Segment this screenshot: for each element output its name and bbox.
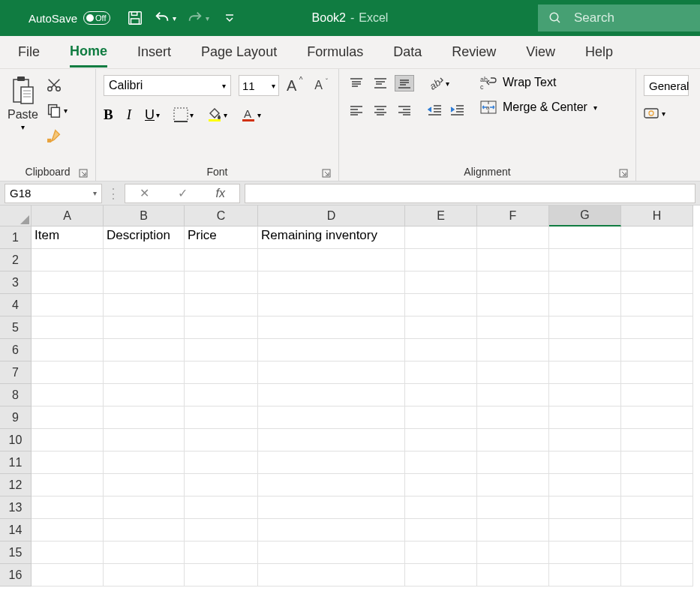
cell-B7[interactable] <box>104 362 185 384</box>
cell-E15[interactable] <box>405 542 477 564</box>
row-header-8[interactable]: 8 <box>0 384 32 406</box>
copy-button[interactable]: ▾ <box>46 102 68 118</box>
wrap-text-button[interactable]: abc Wrap Text <box>480 75 597 90</box>
select-all-corner[interactable] <box>0 206 32 226</box>
cell-G14[interactable] <box>549 519 621 542</box>
cell-E9[interactable] <box>405 406 477 429</box>
fill-color-button[interactable]: ▾ <box>207 107 227 122</box>
cell-B5[interactable] <box>104 316 185 339</box>
cell-F16[interactable] <box>477 564 549 586</box>
align-middle-button[interactable] <box>371 75 390 92</box>
cell-C14[interactable] <box>185 519 258 542</box>
search-box[interactable]: Search <box>538 4 700 32</box>
row-header-12[interactable]: 12 <box>0 474 32 496</box>
row-header-4[interactable]: 4 <box>0 294 32 316</box>
name-box[interactable]: G18 ▾ <box>5 184 102 203</box>
row-header-2[interactable]: 2 <box>0 249 32 272</box>
alignment-launcher[interactable] <box>619 169 628 178</box>
cell-G10[interactable] <box>549 429 621 452</box>
cell-H11[interactable] <box>621 452 693 474</box>
cell-B3[interactable] <box>104 272 185 294</box>
cell-B8[interactable] <box>104 384 185 406</box>
cell-C11[interactable] <box>185 452 258 474</box>
cell-A3[interactable] <box>32 272 104 294</box>
cell-A13[interactable] <box>32 496 104 519</box>
column-header-B[interactable]: B <box>104 206 185 226</box>
tab-home[interactable]: Home <box>70 38 107 68</box>
tab-formulas[interactable]: Formulas <box>307 38 363 66</box>
autosave-toggle[interactable]: AutoSave Off <box>29 11 110 25</box>
cancel-formula-button[interactable]: ✕ <box>140 186 149 200</box>
cell-C1[interactable]: Price <box>185 226 258 249</box>
paste-button[interactable]: Paste ▾ <box>8 75 38 131</box>
row-header-11[interactable]: 11 <box>0 452 32 474</box>
font-launcher[interactable] <box>322 169 331 178</box>
cell-G7[interactable] <box>549 362 621 384</box>
orientation-button[interactable]: ab▾ <box>428 75 449 92</box>
cell-A15[interactable] <box>32 542 104 564</box>
row-header-3[interactable]: 3 <box>0 272 32 294</box>
cell-D3[interactable] <box>258 272 405 294</box>
cell-H12[interactable] <box>621 474 693 496</box>
cell-F11[interactable] <box>477 452 549 474</box>
cell-E7[interactable] <box>405 362 477 384</box>
bold-button[interactable]: B <box>104 106 113 123</box>
column-header-D[interactable]: D <box>258 206 405 226</box>
cell-C3[interactable] <box>185 272 258 294</box>
row-header-16[interactable]: 16 <box>0 564 32 586</box>
merge-center-button[interactable]: a Merge & Center ▾ <box>480 100 597 114</box>
row-header-13[interactable]: 13 <box>0 496 32 519</box>
cell-G13[interactable] <box>549 496 621 519</box>
cell-A16[interactable] <box>32 564 104 586</box>
cell-C9[interactable] <box>185 406 258 429</box>
tab-review[interactable]: Review <box>452 38 496 66</box>
cell-G16[interactable] <box>549 564 621 586</box>
cell-C12[interactable] <box>185 474 258 496</box>
cell-F13[interactable] <box>477 496 549 519</box>
cell-D14[interactable] <box>258 519 405 542</box>
cell-E13[interactable] <box>405 496 477 519</box>
cell-F5[interactable] <box>477 316 549 339</box>
save-icon[interactable] <box>127 10 143 26</box>
cell-B1[interactable]: Description <box>104 226 185 249</box>
column-header-E[interactable]: E <box>405 206 477 226</box>
cell-H3[interactable] <box>621 272 693 294</box>
redo-button[interactable]: ▾ <box>187 10 209 26</box>
cell-G12[interactable] <box>549 474 621 496</box>
row-header-5[interactable]: 5 <box>0 316 32 339</box>
cell-C8[interactable] <box>185 384 258 406</box>
cell-D15[interactable] <box>258 542 405 564</box>
column-header-C[interactable]: C <box>185 206 258 226</box>
cell-F12[interactable] <box>477 474 549 496</box>
font-color-button[interactable]: A▾ <box>241 107 261 122</box>
align-bottom-button[interactable] <box>395 75 414 92</box>
cell-A9[interactable] <box>32 406 104 429</box>
cell-G11[interactable] <box>549 452 621 474</box>
align-right-button[interactable] <box>395 102 414 118</box>
toggle-switch[interactable]: Off <box>83 11 110 25</box>
cell-B15[interactable] <box>104 542 185 564</box>
cell-A4[interactable] <box>32 294 104 316</box>
accounting-format-button[interactable]: ▾ <box>644 106 665 120</box>
cell-H14[interactable] <box>621 519 693 542</box>
cell-H1[interactable] <box>621 226 693 249</box>
cut-button[interactable] <box>46 76 68 93</box>
cell-C13[interactable] <box>185 496 258 519</box>
cell-D4[interactable] <box>258 294 405 316</box>
format-painter-button[interactable] <box>46 128 68 144</box>
row-header-14[interactable]: 14 <box>0 519 32 542</box>
row-header-10[interactable]: 10 <box>0 429 32 452</box>
cell-B12[interactable] <box>104 474 185 496</box>
cell-E3[interactable] <box>405 272 477 294</box>
cell-D7[interactable] <box>258 362 405 384</box>
cell-F9[interactable] <box>477 406 549 429</box>
cell-F2[interactable] <box>477 249 549 272</box>
cell-B11[interactable] <box>104 452 185 474</box>
cell-H9[interactable] <box>621 406 693 429</box>
cell-E14[interactable] <box>405 519 477 542</box>
cell-B16[interactable] <box>104 564 185 586</box>
cell-E10[interactable] <box>405 429 477 452</box>
row-header-15[interactable]: 15 <box>0 542 32 564</box>
cell-E16[interactable] <box>405 564 477 586</box>
font-name-select[interactable]: Calibri▾ <box>104 75 231 96</box>
